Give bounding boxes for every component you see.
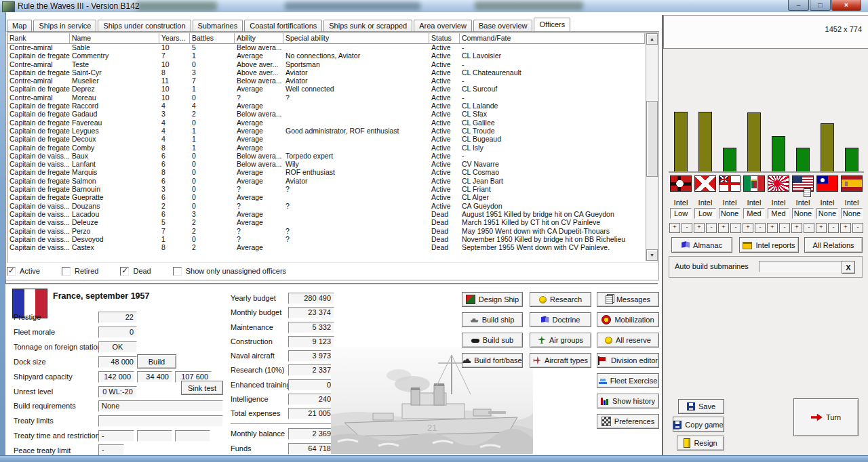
table-row[interactable]: Capitain de fregate Salmon 6 0 Average A… (7, 177, 645, 185)
table-row[interactable]: Capitain de fregate Commentry 7 1 Averag… (7, 51, 645, 60)
action-button[interactable]: All reserve (597, 333, 659, 348)
intel-plus-button[interactable]: + (767, 223, 778, 233)
column-header[interactable]: Years... (159, 33, 190, 44)
table-row[interactable]: Capitain de vaiss... Perzo 7 2 ? ? Dead … (7, 227, 645, 235)
table-row[interactable]: Contre-amiral Moreau 10 0 ? ? Active - (7, 93, 645, 102)
table-row[interactable]: Capitain de fregate Barnouin 3 0 ? ? Act… (7, 185, 645, 193)
intel-minus-button[interactable]: - (852, 223, 863, 233)
tab[interactable]: Ships sunk or scrapped (323, 20, 412, 31)
nation-flag-icon[interactable] (719, 175, 741, 192)
auto-build-close-button[interactable]: X (842, 261, 855, 274)
tab[interactable]: Ships under construction (98, 20, 191, 31)
intel-reports-button[interactable]: Intel reports (739, 237, 799, 253)
table-row[interactable]: Capitain de fregate Comby 8 1 Average Ac… (7, 144, 645, 152)
table-row[interactable]: Capitain de vaiss... Lacadou 6 3 Average… (7, 210, 645, 218)
action-button[interactable]: Preferences (597, 414, 659, 429)
intel-plus-button[interactable]: + (694, 223, 705, 233)
table-row[interactable]: Capitain de fregate Guepratte 6 0 Averag… (7, 193, 645, 201)
column-header[interactable]: Name (70, 33, 159, 44)
tab[interactable]: Ships in service (33, 20, 96, 31)
intel-minus-button[interactable]: - (730, 223, 741, 233)
filter-checkbox[interactable]: Retired (62, 267, 98, 276)
table-row[interactable]: Capitain de vaiss... Baux 6 0 Below aver… (7, 152, 645, 160)
nation-flag-icon[interactable] (743, 175, 765, 192)
intel-plus-button[interactable]: + (743, 223, 753, 233)
tab[interactable]: Officers (534, 18, 570, 31)
intel-minus-button[interactable]: - (804, 223, 814, 233)
table-row[interactable]: Capitain de fregate Decoux 4 1 Average A… (7, 135, 645, 143)
action-button[interactable]: Fleet Exercise (597, 373, 659, 388)
tab[interactable]: Coastal fortifications (244, 20, 322, 31)
checkbox-icon[interactable] (120, 267, 129, 276)
tab[interactable]: Submarines (193, 20, 243, 31)
table-row[interactable]: Capitain de fregate Raccord 4 4 Average … (7, 102, 645, 110)
intel-minus-button[interactable]: - (828, 223, 839, 233)
column-header[interactable]: Battles (190, 33, 235, 44)
almanac-button[interactable]: Almanac (671, 237, 732, 253)
tab[interactable]: Base overview (473, 20, 533, 31)
nation-flag-icon[interactable] (768, 175, 789, 192)
table-row[interactable]: Capitain de vaiss... Castex 8 2 Average … (7, 243, 645, 251)
intel-plus-button[interactable]: + (718, 223, 729, 233)
minimize-button[interactable]: – (788, 0, 809, 11)
column-header[interactable]: Special ability (283, 33, 429, 44)
intel-minus-button[interactable]: - (682, 223, 692, 233)
sink-test-button[interactable]: Sink test (181, 381, 223, 395)
table-row[interactable]: Capitain de vaiss... Deleuze 5 2 Average… (7, 218, 645, 226)
action-button[interactable]: Build fort/base (462, 353, 523, 368)
title-bar[interactable]: Rule the Waves III - Version B142 – □ × (0, 0, 868, 13)
maximize-button[interactable]: □ (810, 0, 831, 11)
action-button[interactable]: Division editor (597, 353, 659, 368)
all-relations-button[interactable]: All Relations (804, 237, 863, 253)
nation-flag-icon[interactable] (670, 175, 692, 192)
table-row[interactable]: Contre-amiral Teste 10 0 Above aver... S… (7, 60, 645, 68)
auto-build-field[interactable] (759, 261, 843, 272)
table-row[interactable]: Capitain de fregate Saint-Cyr 8 3 Above … (7, 68, 645, 77)
nation-flag-icon[interactable] (792, 175, 814, 192)
nation-flag-icon[interactable] (694, 175, 716, 192)
action-button[interactable]: Design Ship (462, 292, 523, 307)
build-button[interactable]: Build (137, 354, 176, 369)
table-row[interactable]: Capitain de fregate Gadaud 3 2 Below ave… (7, 110, 645, 118)
intel-plus-button[interactable]: + (816, 223, 827, 233)
column-header[interactable]: Ability (235, 33, 283, 44)
turn-button[interactable]: Turn (793, 398, 859, 436)
action-button[interactable]: Messages (597, 292, 659, 307)
table-row[interactable]: Capitain de fregate Deprez 10 1 Average … (7, 85, 645, 93)
close-button[interactable]: × (831, 0, 861, 11)
intel-plus-button[interactable]: + (791, 223, 802, 233)
action-button[interactable]: Doctrine (530, 312, 591, 327)
action-button[interactable]: Aircraft types (530, 353, 591, 368)
table-row[interactable]: Contre-amiral Sable 10 5 Below avera... … (7, 43, 645, 51)
intel-plus-button[interactable]: + (840, 223, 851, 233)
scroll-up-icon[interactable]: ▲ (646, 33, 658, 45)
action-button[interactable]: Show history (597, 394, 659, 408)
intel-minus-button[interactable]: - (779, 223, 790, 233)
action-button[interactable]: Mobilization (597, 312, 659, 327)
checkbox-icon[interactable] (173, 267, 182, 276)
filter-checkbox[interactable]: Active (7, 267, 40, 276)
scroll-down-icon[interactable]: ▼ (646, 249, 658, 261)
table-row[interactable]: Capitain de vaiss... Desvoyod 1 0 ? ? De… (7, 235, 645, 243)
intel-plus-button[interactable]: + (669, 223, 680, 233)
action-button[interactable]: Build ship (462, 312, 523, 327)
table-row[interactable]: Contre-amiral Muselier 11 7 Below avera.… (7, 77, 645, 85)
action-button[interactable]: Research (530, 292, 591, 307)
tab[interactable]: Area overview (414, 20, 472, 31)
copy-game-button[interactable]: Copy game (673, 417, 724, 432)
column-header[interactable]: Status (429, 33, 460, 44)
scrollbar-thumb[interactable] (646, 101, 658, 177)
table-row[interactable]: Capitain de vaiss... Douzans 2 0 ? ? Act… (7, 202, 645, 210)
table-row[interactable]: Capitain de vaiss... Lanfant 6 0 Below a… (7, 160, 645, 168)
filter-checkbox[interactable]: Show only unassigned officers (173, 267, 286, 276)
nation-flag-icon[interactable] (816, 175, 838, 192)
action-button[interactable]: Build sub (462, 333, 523, 348)
action-button[interactable]: Air groups (530, 333, 591, 348)
save-button[interactable]: Save (678, 399, 724, 414)
intel-minus-button[interactable]: - (706, 223, 717, 233)
intel-minus-button[interactable]: - (755, 223, 766, 233)
filter-checkbox[interactable]: Dead (120, 267, 151, 276)
checkbox-icon[interactable] (7, 267, 16, 276)
resign-button[interactable]: Resign (677, 436, 724, 450)
tab[interactable]: Map (7, 20, 32, 31)
